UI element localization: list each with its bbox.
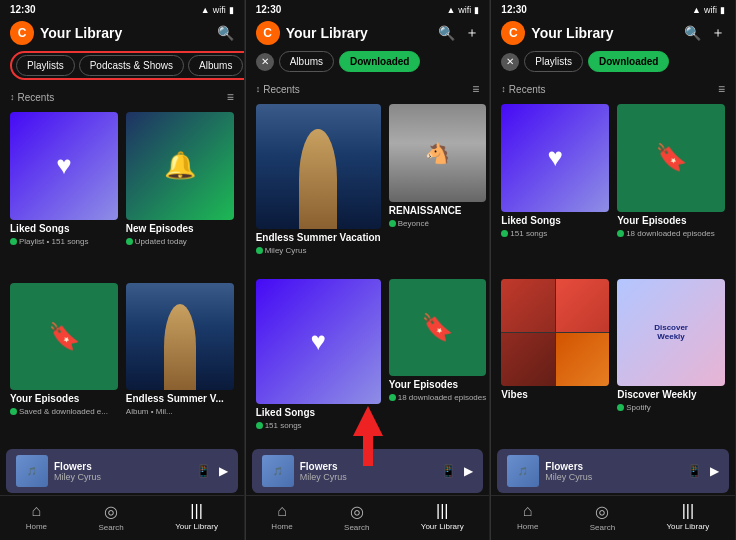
item-title-liked-3: Liked Songs (501, 215, 609, 226)
bookmark-icon-1: 🔖 (48, 321, 80, 352)
item-subtitle-your-episodes-3: 18 downloaded episodes (617, 229, 725, 238)
grid-item-your-episodes-3[interactable]: 🔖 Your Episodes 18 downloaded episodes (617, 104, 725, 271)
recents-label-1: ↕ Recents (10, 92, 54, 103)
filter-playlists-3[interactable]: Playlists (524, 51, 583, 72)
devices-icon-2[interactable]: 📱 (441, 464, 456, 478)
header-title-1: Your Library (40, 25, 211, 41)
grid-item-liked-2[interactable]: ♥ Liked Songs 151 songs (256, 279, 381, 446)
phone-panel-2: 12:30 ▲ wifi ▮ C Your Library 🔍 ＋ ✕ Albu… (246, 0, 491, 540)
nav-search-3[interactable]: ◎ Search (590, 502, 615, 532)
search-icon-2[interactable]: 🔍 (438, 25, 455, 41)
signal-icon-2: ▲ (446, 5, 455, 15)
nav-home-label-3: Home (517, 522, 538, 531)
nav-search-1[interactable]: ◎ Search (98, 502, 123, 532)
grid-item-renaissance-2[interactable]: 🐴 RENAISSANCE Beyoncé (389, 104, 487, 271)
np-artist-1: Miley Cyrus (54, 472, 190, 482)
nav-library-2[interactable]: ||| Your Library (421, 502, 464, 532)
play-icon-3[interactable]: ▶ (710, 464, 719, 478)
grid-item-endless-2[interactable]: Endless Summer Vacation Miley Cyrus (256, 104, 381, 271)
item-subtitle-your-episodes-2: 18 downloaded episodes (389, 393, 487, 402)
filter-podcasts-1[interactable]: Podcasts & Shows (79, 55, 184, 76)
thumb-your-episodes-3: 🔖 (617, 104, 725, 212)
nav-library-label-1: Your Library (175, 522, 218, 531)
nav-search-label-3: Search (590, 523, 615, 532)
wifi-icon: wifi (213, 5, 226, 15)
np-info-1: Flowers Miley Cyrus (54, 461, 190, 482)
grid-item-episodes-1[interactable]: 🔔 New Episodes Updated today (126, 112, 234, 275)
spotify-logo-2[interactable]: C (256, 21, 280, 45)
spotify-logo-3[interactable]: C (501, 21, 525, 45)
signal-icon: ▲ (201, 5, 210, 15)
now-playing-2[interactable]: 🎵 Flowers Miley Cyrus 📱 ▶ (252, 449, 484, 493)
list-view-icon-1[interactable]: ≡ (227, 90, 234, 104)
filter-albums-2[interactable]: Albums (279, 51, 334, 72)
green-dot-5 (389, 220, 396, 227)
heart-icon-1: ♥ (56, 150, 71, 181)
devices-icon-1[interactable]: 📱 (196, 464, 211, 478)
plus-icon-3[interactable]: ＋ (711, 24, 725, 42)
thumb-episodes-1: 🔔 (126, 112, 234, 220)
search-icon-3[interactable]: 🔍 (684, 25, 701, 41)
close-filter-btn-2[interactable]: ✕ (256, 53, 274, 71)
nav-home-1[interactable]: ⌂ Home (26, 502, 47, 532)
close-filter-btn-3[interactable]: ✕ (501, 53, 519, 71)
nav-home-2[interactable]: ⌂ Home (271, 502, 292, 532)
recents-row-2: ↕ Recents ≡ (246, 78, 490, 100)
grid-item-your-episodes-1[interactable]: 🔖 Your Episodes Saved & downloaded e... (10, 283, 118, 446)
items-grid-1: ♥ Liked Songs Playlist • 151 songs 🔔 New… (0, 108, 244, 449)
filter-albums-1[interactable]: Albums (188, 55, 243, 76)
nav-library-1[interactable]: ||| Your Library (175, 502, 218, 532)
search-nav-icon-1: ◎ (104, 502, 118, 521)
grid-item-liked-3[interactable]: ♥ Liked Songs 151 songs (501, 104, 609, 271)
now-playing-1[interactable]: 🎵 Flowers Miley Cyrus 📱 ▶ (6, 449, 238, 493)
filter-row-2: ✕ Albums Downloaded (246, 51, 490, 78)
bottom-nav-1: ⌂ Home ◎ Search ||| Your Library (0, 495, 244, 540)
phone-panel-1: 12:30 ▲ wifi ▮ C Your Library 🔍 Playlist… (0, 0, 245, 540)
item-subtitle-endless-1: Album • Mil... (126, 407, 234, 416)
battery-icon-2: ▮ (474, 5, 479, 15)
play-icon-1[interactable]: ▶ (219, 464, 228, 478)
search-icon-1[interactable]: 🔍 (217, 25, 234, 41)
items-grid-2: Endless Summer Vacation Miley Cyrus 🐴 RE… (246, 100, 490, 449)
green-dot-9 (617, 230, 624, 237)
wifi-icon-3: wifi (704, 5, 717, 15)
spotify-logo-1[interactable]: C (10, 21, 34, 45)
vibes-cell-3 (501, 333, 554, 386)
recents-row-1: ↕ Recents ≡ (0, 86, 244, 108)
np-title-3: Flowers (545, 461, 681, 472)
grid-item-discover-3[interactable]: DiscoverWeekly Discover Weekly Spotify (617, 279, 725, 446)
list-view-icon-2[interactable]: ≡ (472, 82, 479, 96)
nav-search-2[interactable]: ◎ Search (344, 502, 369, 532)
play-icon-2[interactable]: ▶ (464, 464, 473, 478)
heart-icon-3: ♥ (548, 142, 563, 173)
green-dot-4 (256, 247, 263, 254)
grid-item-endless-1[interactable]: Endless Summer V... Album • Mil... (126, 283, 234, 446)
np-actions-2: 📱 ▶ (441, 464, 473, 478)
devices-icon-3[interactable]: 📱 (687, 464, 702, 478)
np-actions-1: 📱 ▶ (196, 464, 228, 478)
item-title-endless-1: Endless Summer V... (126, 393, 234, 404)
green-dot-7 (389, 394, 396, 401)
status-icons-2: ▲ wifi ▮ (446, 5, 479, 15)
recents-label-3: ↕ Recents (501, 84, 545, 95)
vibes-cell-2 (556, 279, 609, 332)
nav-home-3[interactable]: ⌂ Home (517, 502, 538, 532)
now-playing-3[interactable]: 🎵 Flowers Miley Cyrus 📱 ▶ (497, 449, 729, 493)
grid-item-liked-1[interactable]: ♥ Liked Songs Playlist • 151 songs (10, 112, 118, 275)
thumb-renaissance-2: 🐴 (389, 104, 487, 202)
filter-downloaded-2[interactable]: Downloaded (339, 51, 420, 72)
item-subtitle-renaissance-2: Beyoncé (389, 219, 487, 228)
filter-playlists-1[interactable]: Playlists (16, 55, 75, 76)
np-actions-3: 📱 ▶ (687, 464, 719, 478)
home-icon-2: ⌂ (277, 502, 287, 520)
plus-icon-2[interactable]: ＋ (465, 24, 479, 42)
header-title-3: Your Library (531, 25, 678, 41)
nav-library-3[interactable]: ||| Your Library (666, 502, 709, 532)
grid-item-vibes-3[interactable]: Vibes (501, 279, 609, 446)
np-thumb-1: 🎵 (16, 455, 48, 487)
sort-icon-3: ↕ (501, 84, 506, 94)
grid-item-your-episodes-2[interactable]: 🔖 Your Episodes 18 downloaded episodes (389, 279, 487, 446)
green-dot-10 (617, 404, 624, 411)
filter-downloaded-3[interactable]: Downloaded (588, 51, 669, 72)
list-view-icon-3[interactable]: ≡ (718, 82, 725, 96)
